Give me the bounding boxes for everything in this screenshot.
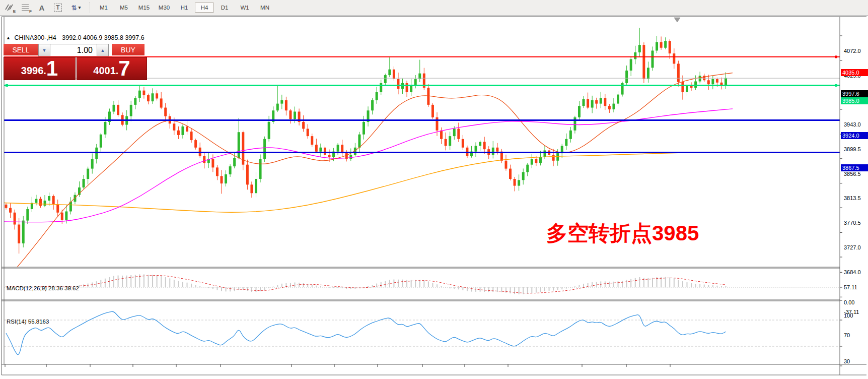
candle-bull [526,165,529,172]
collapse-arrow-icon[interactable]: ▲ [6,35,11,40]
mt4-window: E F A T ⇅ ▾ M1M5M15M30H1H4D1W1MN ▲ C [0,0,868,379]
timeframe-button-M5[interactable]: M5 [114,3,133,13]
timeframe-button-M30[interactable]: M30 [155,3,174,13]
candle-bull [475,146,477,151]
candle-bear [56,205,59,213]
text-label-icon[interactable]: A [35,2,48,14]
candle-bull [522,172,525,180]
candle-bear [504,161,507,169]
timeframe-button-W1[interactable]: W1 [235,3,254,13]
hline-handle-right[interactable] [835,55,837,58]
candle-bull [569,131,572,139]
candle-bear [496,148,498,152]
macd-axis-label: 0.00 [844,299,854,305]
buy-price-big: 7 [118,59,130,78]
candle-bear [660,42,663,47]
candle-bull [518,180,520,185]
candle-bull [225,174,227,183]
candle-bull [638,45,641,52]
symbol-name: CHINA300-,H4 [14,34,56,41]
price-badge-3997.6: 3997.6 [841,90,868,97]
text-box-glyph: T [54,4,61,12]
candle-bear [142,91,145,95]
sell-button[interactable]: SELL [4,44,38,56]
candle-bear [194,140,197,148]
candle-bull [647,68,649,79]
candle-bull [26,209,29,221]
sell-price-big: 1 [46,59,58,78]
price-badge-3867.5: 3867.5 [841,164,868,171]
candle-bear [716,79,718,83]
candle-bear [289,110,292,119]
candle-bull [492,148,494,155]
candle-bull [138,91,141,98]
candle-bear [211,159,214,167]
sell-price-display[interactable]: 3996 . 1 [4,57,76,80]
candle-bear [445,139,447,146]
candle-bull [634,52,636,59]
volume-increase-button[interactable]: ▲ [97,44,109,56]
candle-bear [397,79,399,89]
candle-bear [156,93,158,98]
candle-bull [664,41,667,48]
candle-bull [371,100,374,110]
candle-bear [328,155,331,157]
rsi-line [6,311,726,354]
text-box-icon[interactable]: T [51,2,64,14]
chart-expert-icon[interactable]: E [3,2,16,14]
icon-sub-e: E [13,9,16,14]
candle-bear [669,41,671,53]
candle-bear [324,148,326,155]
rsi-pane[interactable] [4,311,840,354]
hline-handle-left[interactable] [6,84,8,87]
down-arrow-marker[interactable] [674,18,680,22]
candle-bull [95,148,98,159]
candle-bull [565,139,567,146]
candle-bull [591,100,594,108]
timeframe-button-H4[interactable]: H4 [195,3,214,13]
arrange-arrows-icon[interactable]: ⇅ ▾ [67,2,85,14]
grid-icon[interactable]: F [19,2,32,14]
timeframe-button-D1[interactable]: D1 [215,3,234,13]
candle-bear [427,88,429,105]
candle-bull [100,135,102,148]
hline-handle-right[interactable] [835,84,837,87]
candle-bear [285,100,287,110]
macd-title: MACD(12,26,9) 28.36 39.62 [7,285,79,291]
buy-button[interactable]: BUY [112,44,144,56]
candle-bull [711,79,714,84]
candle-bear [117,105,119,115]
timeframe-button-H1[interactable]: H1 [175,3,194,13]
candle-bull [280,100,283,104]
candle-bull [573,117,576,131]
arrows-glyph: ⇅ [71,4,77,12]
macd-pane[interactable] [4,274,840,294]
candle-bull [479,142,481,146]
candle-bear [595,100,598,104]
candle-bear [18,225,20,243]
candle-bull [363,122,365,135]
price-axis-label: 3899.5 [844,146,861,152]
candle-bull [238,132,240,158]
candle-bull [380,83,382,92]
timeframe-button-MN[interactable]: MN [255,3,274,13]
price-axis-label: 3813.5 [844,195,861,201]
volume-input[interactable] [50,44,97,56]
candle-bull [255,179,257,193]
candle-bear [9,208,12,213]
candle-bear [681,82,684,92]
candle-bear [436,117,439,131]
price-axis-label: 4072.0 [844,48,861,54]
timeframe-button-M15[interactable]: M15 [134,3,154,13]
volume-decrease-button[interactable]: ▼ [38,44,50,56]
candle-bear [673,53,675,64]
price-badge-3985.0: 3985.0 [841,97,868,104]
candle-bull [652,50,654,68]
timeframe-button-M1[interactable]: M1 [94,3,113,13]
sell-price-main: 3996 [21,63,44,78]
candle-bull [699,76,701,81]
chart-annotation-text[interactable]: 多空转折点3985 [546,219,699,247]
candle-bear [216,167,219,176]
buy-price-display[interactable]: 4001 . 7 [77,57,147,80]
candle-bear [307,129,309,136]
